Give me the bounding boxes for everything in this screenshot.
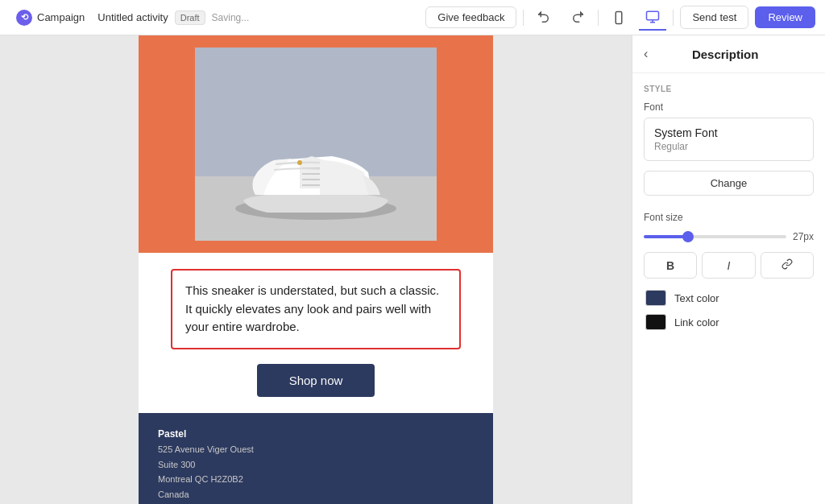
undo-button[interactable] — [530, 6, 558, 30]
campaign-label: Campaign — [37, 11, 85, 23]
shop-now-button[interactable]: Shop now — [257, 364, 375, 397]
review-button[interactable]: Review — [755, 6, 815, 28]
activity-title: Untitled activity — [97, 11, 168, 23]
top-navigation: ⟲ Campaign Untitled activity Draft Savin… — [0, 0, 825, 35]
redo-icon — [570, 10, 585, 25]
svg-rect-6 — [195, 48, 437, 176]
email-header-section — [139, 35, 493, 253]
bold-button[interactable]: B — [644, 252, 697, 279]
nav-divider-3 — [673, 10, 674, 26]
panel-header: ‹ Description — [632, 35, 825, 73]
footer-address2: Suite 300 — [158, 457, 474, 473]
email-preview: This sneaker is understated, but such a … — [139, 35, 493, 504]
bold-icon: B — [666, 259, 674, 272]
change-font-button[interactable]: Change — [644, 171, 814, 196]
panel-title: Description — [653, 48, 814, 61]
footer-address3: Montreal QC H2Z0B2 — [158, 472, 474, 487]
mobile-view-button[interactable] — [605, 6, 632, 30]
font-style: Regular — [654, 141, 803, 152]
text-color-label: Text color — [674, 292, 719, 304]
link-color-row: Link color — [644, 314, 814, 330]
link-color-label: Link color — [674, 316, 719, 328]
svg-point-12 — [297, 160, 302, 165]
link-icon — [781, 258, 793, 272]
font-size-section: Font size 27px B I — [632, 200, 825, 343]
redo-button[interactable] — [564, 6, 591, 30]
nav-divider-1 — [523, 10, 524, 26]
italic-button[interactable]: I — [702, 252, 755, 279]
footer-address4: Canada — [158, 487, 474, 502]
font-label: Font — [644, 101, 814, 113]
shoe-illustration — [195, 48, 437, 241]
format-buttons: B I — [644, 252, 814, 279]
status-badge: Draft — [175, 10, 205, 25]
saving-text: Saving... — [212, 12, 250, 23]
email-footer: Pastel 525 Avenue Viger Ouest Suite 300 … — [139, 413, 493, 505]
email-body-text: This sneaker is understated, but such a … — [185, 282, 446, 337]
feedback-button[interactable]: Give feedback — [425, 6, 516, 28]
nav-divider-2 — [598, 10, 599, 26]
link-button[interactable] — [761, 252, 814, 279]
font-box: System Font Regular — [644, 118, 814, 161]
style-section: STYLE Font System Font Regular Change — [632, 73, 825, 200]
footer-address1: 525 Avenue Viger Ouest — [158, 442, 474, 457]
canvas-area: This sneaker is understated, but such a … — [0, 35, 632, 504]
font-name: System Font — [654, 126, 803, 139]
font-size-row: 27px — [644, 231, 814, 242]
shoe-svg-wrapper — [139, 35, 493, 253]
text-color-swatch[interactable] — [645, 290, 666, 306]
desktop-view-button[interactable] — [639, 5, 666, 31]
svg-rect-2 — [647, 11, 659, 20]
send-test-button[interactable]: Send test — [680, 6, 748, 29]
text-color-row: Text color — [644, 290, 814, 306]
footer-company: Pastel — [158, 426, 474, 442]
email-body-section: This sneaker is understated, but such a … — [139, 253, 493, 413]
svg-rect-0 — [616, 11, 623, 23]
font-size-label: Font size — [644, 212, 814, 223]
undo-icon — [537, 10, 551, 25]
link-color-swatch[interactable] — [645, 314, 666, 330]
main-area: This sneaker is understated, but such a … — [0, 35, 825, 504]
style-section-label: STYLE — [644, 85, 814, 93]
email-text-block[interactable]: This sneaker is understated, but such a … — [171, 269, 461, 349]
campaign-back-button[interactable]: ⟲ Campaign — [10, 6, 91, 29]
shoe-image-area — [139, 35, 493, 253]
italic-icon: I — [728, 259, 731, 272]
panel-back-button[interactable]: ‹ — [644, 45, 653, 63]
campaign-logo-icon: ⟲ — [16, 10, 32, 26]
right-panel: ‹ Description STYLE Font System Font Reg… — [632, 35, 825, 504]
font-size-value: 27px — [793, 231, 814, 242]
mobile-icon — [611, 10, 626, 25]
font-size-slider[interactable] — [644, 235, 786, 238]
desktop-icon — [645, 10, 660, 24]
